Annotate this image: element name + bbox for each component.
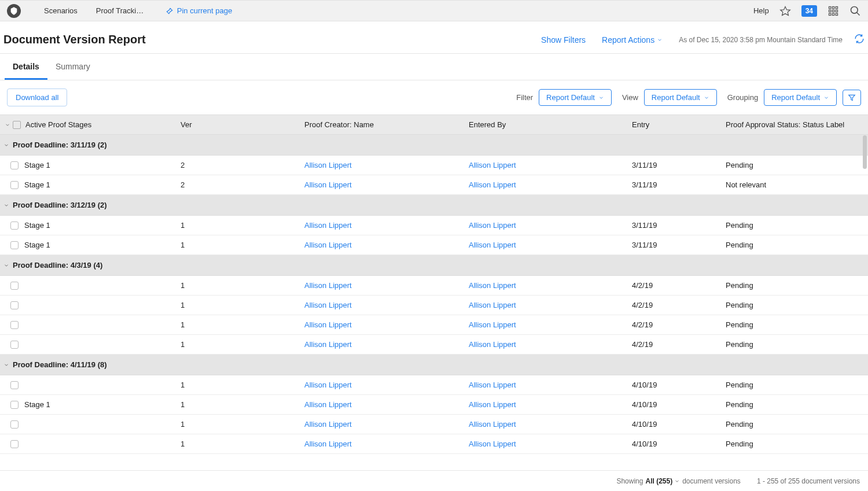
search-icon[interactable] [849, 5, 861, 17]
row-checkbox[interactable] [10, 221, 19, 230]
row-checkbox[interactable] [10, 321, 19, 329]
cell-entered-link[interactable]: Allison Lippert [469, 440, 516, 448]
table-row[interactable]: 1Allison LippertAllison Lippert4/2/19Pen… [0, 276, 868, 296]
col-header-entered[interactable]: Entered By [464, 115, 627, 134]
row-checkbox[interactable] [10, 161, 19, 169]
cell-entered-link[interactable]: Allison Lippert [469, 400, 516, 409]
cell-creator-link[interactable]: Allison Lippert [304, 340, 352, 349]
breadcrumb-scenarios[interactable]: Scenarios [35, 6, 87, 15]
pin-current-page[interactable]: Pin current page [165, 6, 232, 15]
col-header-stage[interactable]: Active Proof Stages [0, 115, 176, 134]
cell-ver: 1 [176, 276, 300, 295]
table-row[interactable]: 1Allison LippertAllison Lippert4/2/19Pen… [0, 315, 868, 335]
cell-creator-link[interactable]: Allison Lippert [304, 440, 352, 448]
tab-summary[interactable]: Summary [47, 54, 98, 80]
footer-all-dropdown[interactable]: All (255) [645, 477, 680, 485]
apps-grid-icon[interactable] [827, 5, 839, 17]
cell-entered-link[interactable]: Allison Lippert [469, 301, 516, 309]
view-select[interactable]: Report Default [644, 89, 717, 106]
chevron-down-icon[interactable] [3, 202, 10, 208]
tab-details[interactable]: Details [5, 54, 47, 80]
chevron-down-icon[interactable] [5, 122, 12, 128]
table-row[interactable]: Stage 11Allison LippertAllison Lippert4/… [0, 395, 868, 415]
help-link[interactable]: Help [753, 6, 769, 15]
col-header-ver[interactable]: Ver [176, 115, 300, 134]
table-row[interactable]: 1Allison LippertAllison Lippert4/10/19Pe… [0, 415, 868, 434]
row-checkbox[interactable] [10, 401, 19, 409]
col-header-status[interactable]: Proof Approval Status: Status Label [721, 115, 868, 134]
table-row[interactable]: Stage 12Allison LippertAllison Lippert3/… [0, 175, 868, 195]
row-checkbox[interactable] [10, 420, 19, 429]
chevron-down-icon[interactable] [3, 142, 10, 148]
col-header-entry[interactable]: Entry [627, 115, 721, 134]
cell-status: Pending [721, 434, 868, 453]
row-checkbox[interactable] [10, 440, 19, 448]
filter-value: Report Default [546, 93, 595, 102]
group-header[interactable]: Proof Deadline: 4/3/19 (4) [0, 255, 868, 276]
svg-rect-1 [829, 6, 831, 8]
cell-entered-link[interactable]: Allison Lippert [469, 221, 516, 230]
pin-label: Pin current page [177, 6, 232, 15]
cell-creator-link[interactable]: Allison Lippert [304, 381, 352, 389]
refresh-icon[interactable] [854, 34, 865, 46]
table-row[interactable]: Stage 12Allison LippertAllison Lippert3/… [0, 156, 868, 175]
cell-creator-link[interactable]: Allison Lippert [304, 241, 352, 249]
footer-range: 1 - 255 of 255 [757, 477, 800, 485]
cell-entered-link[interactable]: Allison Lippert [469, 180, 516, 189]
row-checkbox[interactable] [10, 241, 19, 249]
cell-entered-link[interactable]: Allison Lippert [469, 161, 516, 169]
show-filters-link[interactable]: Show Filters [541, 35, 586, 45]
filter-select[interactable]: Report Default [539, 89, 612, 106]
cell-entered-link[interactable]: Allison Lippert [469, 340, 516, 349]
cell-creator-link[interactable]: Allison Lippert [304, 301, 352, 309]
scrollbar-thumb[interactable] [863, 135, 867, 169]
report-actions-dropdown[interactable]: Report Actions [602, 35, 663, 45]
cell-ver: 2 [176, 175, 300, 194]
cell-creator-link[interactable]: Allison Lippert [304, 161, 352, 169]
cell-entered-link[interactable]: Allison Lippert [469, 281, 516, 290]
row-checkbox[interactable] [10, 341, 19, 349]
row-checkbox[interactable] [10, 381, 19, 389]
cell-entry: 4/2/19 [627, 296, 721, 315]
row-checkbox[interactable] [10, 282, 19, 290]
breadcrumb-proof-tracking[interactable]: Proof Tracking Das... [87, 6, 156, 15]
table-header-row: Active Proof Stages Ver Proof Creator: N… [0, 115, 868, 135]
filter-icon-button[interactable] [843, 90, 861, 106]
table-row[interactable]: 1Allison LippertAllison Lippert4/2/19Pen… [0, 335, 868, 355]
cell-creator-link[interactable]: Allison Lippert [304, 420, 352, 429]
chevron-down-icon[interactable] [3, 263, 10, 268]
cell-creator-link[interactable]: Allison Lippert [304, 400, 352, 409]
cell-creator-link[interactable]: Allison Lippert [304, 281, 352, 290]
cell-status: Pending [721, 335, 868, 354]
group-header[interactable]: Proof Deadline: 3/11/19 (2) [0, 135, 868, 156]
svg-line-11 [857, 12, 860, 15]
cell-creator-link[interactable]: Allison Lippert [304, 221, 352, 230]
select-all-checkbox[interactable] [13, 121, 21, 129]
chevron-down-icon[interactable] [3, 362, 10, 368]
group-header[interactable]: Proof Deadline: 4/11/19 (8) [0, 355, 868, 375]
app-logo[interactable] [7, 4, 21, 18]
table-row[interactable]: 1Allison LippertAllison Lippert4/2/19Pen… [0, 296, 868, 315]
group-header[interactable]: Proof Deadline: 3/12/19 (2) [0, 195, 868, 216]
cell-entered-link[interactable]: Allison Lippert [469, 241, 516, 249]
cell-entry: 4/10/19 [627, 375, 721, 394]
cell-entered-link[interactable]: Allison Lippert [469, 381, 516, 389]
cell-creator-link[interactable]: Allison Lippert [304, 320, 352, 329]
download-all-button[interactable]: Download all [7, 88, 67, 106]
cell-entered-link[interactable]: Allison Lippert [469, 320, 516, 329]
table-row[interactable]: 1Allison LippertAllison Lippert4/10/19Pe… [0, 434, 868, 454]
favorite-icon[interactable] [779, 5, 791, 17]
svg-rect-5 [832, 10, 834, 12]
svg-rect-7 [829, 13, 831, 15]
row-checkbox[interactable] [10, 301, 19, 309]
cell-creator-link[interactable]: Allison Lippert [304, 180, 352, 189]
table-row[interactable]: Stage 11Allison LippertAllison Lippert3/… [0, 216, 868, 235]
grouping-select[interactable]: Report Default [764, 89, 837, 106]
table-row[interactable]: Stage 11Allison LippertAllison Lippert3/… [0, 235, 868, 255]
row-checkbox[interactable] [10, 181, 19, 189]
col-header-creator[interactable]: Proof Creator: Name [300, 115, 464, 134]
table-row[interactable]: 1Allison LippertAllison Lippert4/10/19Pe… [0, 375, 868, 395]
cell-entered-link[interactable]: Allison Lippert [469, 420, 516, 429]
notification-badge[interactable]: 34 [801, 5, 817, 17]
scrollbar[interactable] [862, 115, 868, 456]
